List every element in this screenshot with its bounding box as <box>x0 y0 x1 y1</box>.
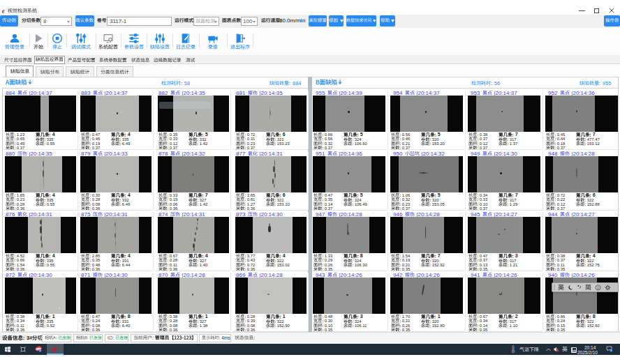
svg-text:6: 6 <box>610 349 612 352</box>
